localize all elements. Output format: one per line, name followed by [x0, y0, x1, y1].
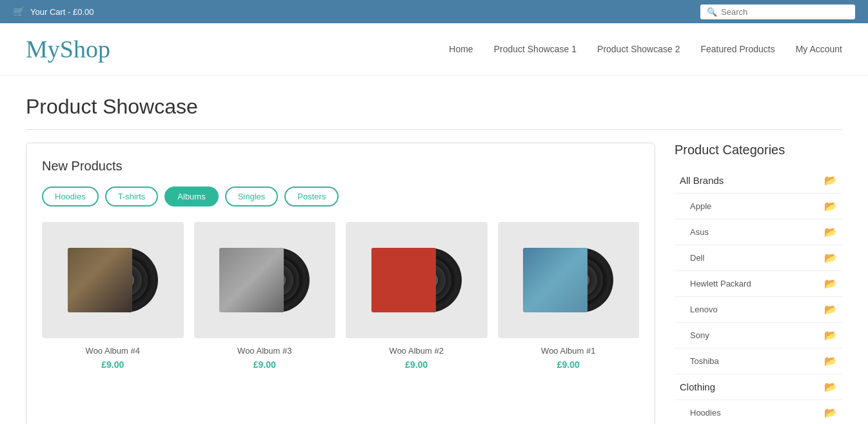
product-card[interactable]: Woo Album #4 £9.00 [42, 222, 184, 370]
product-name: Woo Album #3 [237, 346, 291, 356]
product-image [42, 222, 184, 338]
product-name: Woo Album #1 [541, 346, 595, 356]
folder-icon: 📂 [824, 407, 837, 419]
search-icon: 🔍 [707, 7, 717, 17]
category-asus[interactable]: Asus 📂 [675, 219, 842, 245]
category-clothing[interactable]: Clothing 📂 [675, 374, 842, 400]
category-hewlett-packard[interactable]: Hewlett Packard 📂 [675, 271, 842, 297]
product-image [346, 222, 488, 338]
folder-icon: 📂 [824, 252, 837, 264]
album-cover [219, 248, 284, 312]
category-label: Toshiba [690, 356, 719, 366]
filter-tshirts[interactable]: T-shirts [105, 187, 159, 207]
product-card[interactable]: Woo Album #3 £9.00 [194, 222, 336, 370]
nav-showcase2[interactable]: Product Showcase 2 [597, 44, 680, 54]
category-sony[interactable]: Sony 📂 [675, 323, 842, 348]
page-title: Product Showcase [26, 95, 842, 130]
folder-icon: 📂 [824, 381, 837, 393]
search-input[interactable] [721, 7, 849, 17]
category-hoodies[interactable]: Hoodies 📂 [675, 400, 842, 424]
folder-icon: 📂 [824, 329, 837, 341]
product-card[interactable]: Woo Album #1 £9.00 [498, 222, 640, 370]
product-image [194, 222, 336, 338]
folder-icon: 📂 [824, 174, 837, 187]
filter-hoodies[interactable]: Hoodies [42, 187, 99, 207]
product-grid: Woo Album #4 £9.00 Woo Album #3 £9.00 [42, 222, 639, 370]
logo[interactable]: MyShop [26, 35, 110, 63]
folder-icon: 📂 [824, 278, 837, 290]
product-image [498, 222, 640, 338]
cart-section[interactable]: 🛒 Your Cart - £0.00 [13, 6, 94, 17]
product-name: Woo Album #4 [86, 346, 140, 356]
category-label: All Brands [680, 175, 724, 186]
category-label: Asus [690, 227, 709, 237]
product-price: £9.00 [101, 359, 124, 370]
category-apple[interactable]: Apple 📂 [675, 194, 842, 219]
album-cover [523, 248, 587, 312]
products-panel: New Products Hoodies T-shirts Albums Sin… [26, 143, 655, 424]
main-layout: New Products Hoodies T-shirts Albums Sin… [26, 143, 842, 424]
category-label: Lenovo [690, 305, 718, 314]
nav-featured[interactable]: Featured Products [700, 44, 774, 54]
search-bar[interactable]: 🔍 [700, 5, 855, 19]
category-label: Apple [690, 201, 711, 211]
category-list: All Brands 📂 Apple 📂 Asus 📂 Dell 📂 Hewle… [675, 168, 842, 424]
header: MyShop Home Product Showcase 1 Product S… [0, 23, 868, 76]
category-lenovo[interactable]: Lenovo 📂 [675, 297, 842, 323]
page-content: Product Showcase New Products Hoodies T-… [0, 76, 868, 424]
sidebar-title: Product Categories [675, 143, 842, 157]
product-price: £9.00 [405, 359, 428, 370]
category-label: Clothing [680, 381, 715, 392]
product-card[interactable]: Woo Album #2 £9.00 [346, 222, 488, 370]
folder-icon: 📂 [824, 303, 837, 316]
category-all-brands[interactable]: All Brands 📂 [675, 168, 842, 194]
category-toshiba[interactable]: Toshiba 📂 [675, 348, 842, 374]
folder-icon: 📂 [824, 200, 837, 212]
category-label: Hoodies [690, 408, 721, 418]
cart-label: Your Cart - £0.00 [30, 7, 94, 17]
product-price: £9.00 [253, 359, 276, 370]
category-label: Sony [690, 330, 709, 340]
product-name: Woo Album #2 [390, 346, 444, 356]
folder-icon: 📂 [824, 226, 837, 238]
filter-tabs: Hoodies T-shirts Albums Singles Posters [42, 187, 639, 207]
album-cover [68, 248, 132, 312]
folder-icon: 📂 [824, 355, 837, 367]
nav-home[interactable]: Home [449, 44, 473, 54]
category-label: Dell [690, 253, 704, 263]
sidebar: Product Categories All Brands 📂 Apple 📂 … [675, 143, 842, 424]
filter-singles[interactable]: Singles [225, 187, 279, 207]
category-label: Hewlett Packard [690, 279, 751, 288]
filter-posters[interactable]: Posters [284, 187, 339, 207]
filter-albums[interactable]: Albums [164, 187, 218, 207]
main-nav: Home Product Showcase 1 Product Showcase… [449, 44, 842, 54]
category-dell[interactable]: Dell 📂 [675, 245, 842, 271]
top-bar: 🛒 Your Cart - £0.00 🔍 [0, 0, 868, 23]
nav-account[interactable]: My Account [796, 44, 842, 54]
album-cover [371, 248, 436, 312]
product-price: £9.00 [557, 359, 580, 370]
nav-showcase1[interactable]: Product Showcase 1 [494, 44, 577, 54]
cart-icon: 🛒 [13, 6, 25, 17]
panel-title: New Products [42, 159, 639, 174]
